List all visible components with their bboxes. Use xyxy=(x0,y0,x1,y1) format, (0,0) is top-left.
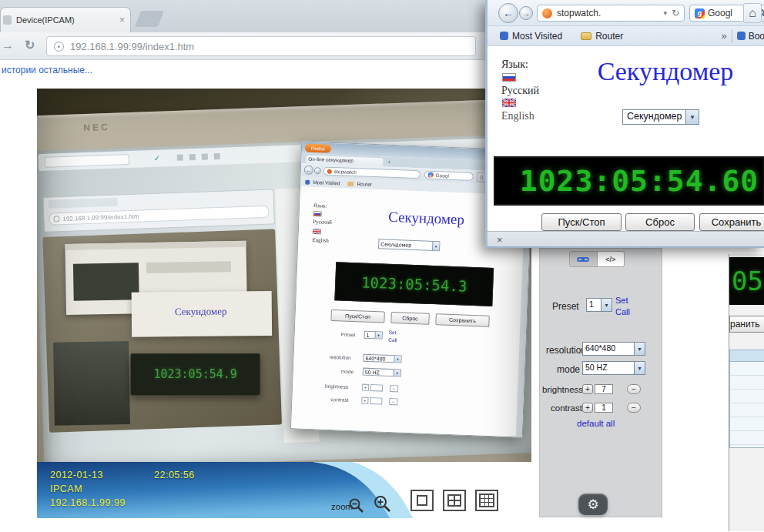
chrome-tab-device-ipcam[interactable]: Device(IPCAM) × xyxy=(0,7,131,32)
preset-label: Preset xyxy=(552,301,579,312)
home-button[interactable]: ⌂ xyxy=(743,3,762,23)
forward-icon[interactable]: → xyxy=(519,6,533,20)
clock-value: 1023:05:54.60 xyxy=(500,164,759,198)
chevron-down-icon[interactable]: ▾ xyxy=(663,9,667,17)
zoom-out-icon[interactable] xyxy=(348,497,365,514)
deep-stopwatch-title: Секундомер xyxy=(175,306,227,319)
bookmarks-button[interactable]: Boo xyxy=(749,31,764,42)
google-icon: g xyxy=(695,8,705,18)
contrast-plus-button[interactable]: + xyxy=(582,403,593,413)
russian-flag-icon[interactable] xyxy=(502,73,516,82)
mode-label: mode xyxy=(557,364,580,375)
code-mode-button[interactable]: </> xyxy=(598,252,625,266)
layout-single-button[interactable] xyxy=(410,490,434,511)
uk-flag-icon[interactable] xyxy=(502,99,516,107)
preset-call-link[interactable]: Call xyxy=(615,307,630,316)
mode-value: 50 HZ xyxy=(583,362,634,374)
nested-stopwatch-select: Секундомер ▾ xyxy=(378,239,440,251)
brightness-value: 7 xyxy=(595,384,613,394)
osd-date: 2012-01-13 xyxy=(50,470,103,480)
reset-button[interactable]: Сброс xyxy=(625,213,695,231)
default-all-link[interactable]: default all xyxy=(577,419,615,428)
page-icon xyxy=(53,216,59,222)
zoom-in-icon[interactable] xyxy=(373,494,393,514)
partial-background-window: 05 ранить xyxy=(729,254,764,531)
plus-icon: + xyxy=(361,397,368,404)
nested-address-bar: 192.168.1.99:99/index1.htm xyxy=(49,206,269,226)
minus-icon: − xyxy=(389,398,397,405)
toolbar-icon xyxy=(189,154,196,160)
table-row xyxy=(730,431,764,445)
reload-icon[interactable]: ↻ xyxy=(25,38,35,52)
partial-clock-value: 05 xyxy=(729,266,763,296)
nested-stopwatch-title: Секундомер xyxy=(353,207,500,229)
link-mode-button[interactable] xyxy=(570,252,598,266)
nested-tab xyxy=(49,198,118,209)
bookmark-most-visited[interactable]: Most Visited xyxy=(512,31,562,42)
save-button[interactable]: Сохранить xyxy=(699,213,764,231)
mode-select[interactable]: 50 HZ ▾ xyxy=(582,361,645,375)
video-overlay-banner: 2012-01-13 22:05:56 IPCAM 192.168.1.99:9… xyxy=(37,462,531,518)
nested-video-frame: Секундомер 1023:05:54.9 xyxy=(42,229,282,432)
chevron-down-icon: ▾ xyxy=(601,299,612,311)
back-icon[interactable]: ← xyxy=(498,3,518,23)
forward-icon[interactable]: → xyxy=(2,38,14,52)
folder-icon xyxy=(581,32,591,40)
layout-nine-button[interactable] xyxy=(475,490,498,511)
start-stop-button[interactable]: Пуск/Стоп xyxy=(541,213,622,231)
nested-save-button: Сохранить xyxy=(435,313,490,327)
new-tab-button[interactable] xyxy=(135,11,164,27)
reload-icon[interactable]: ↻ xyxy=(672,8,679,18)
table-row xyxy=(730,403,764,417)
contrast-minus-button[interactable]: − xyxy=(627,403,641,413)
nested-preset-select: 1 ▾ xyxy=(364,331,383,340)
settings-button[interactable]: ⚙ xyxy=(578,494,608,515)
nested-start-stop-button: Пуск/Стоп xyxy=(330,309,385,323)
minus-icon: − xyxy=(390,385,398,392)
nested-select-value: Секундомер xyxy=(379,241,432,249)
bookmarks-overflow-chevron[interactable]: » xyxy=(721,30,726,42)
partial-table-header xyxy=(730,350,764,362)
brightness-plus-button[interactable]: + xyxy=(582,384,593,394)
preset-set-link[interactable]: Set xyxy=(615,296,628,305)
nested-stopwatch-window: Секундомер xyxy=(132,291,272,337)
resolution-label: resolution xyxy=(546,345,586,356)
find-close-icon[interactable]: × xyxy=(497,234,503,246)
resolution-select[interactable]: 640*480 ▾ xyxy=(582,342,645,356)
language-english-link[interactable]: English xyxy=(501,110,534,122)
nested-reset-button: Сброс xyxy=(390,312,430,325)
nested-preset-label: Preset xyxy=(341,332,356,338)
partial-table xyxy=(729,350,764,448)
view-mode-toggle: </> xyxy=(569,251,625,267)
nested-location-bar: stopwatch xyxy=(323,166,421,179)
nested-lang-label: Язык: xyxy=(313,202,327,209)
chevron-down-icon: ▾ xyxy=(394,356,400,362)
nested-preset-value: 1 xyxy=(365,332,375,337)
chrome-address-bar[interactable]: 192.168.1.99:99/index1.htm xyxy=(46,36,476,56)
quad-view-icon xyxy=(447,494,461,507)
osd-camera-name: IPCAM xyxy=(50,483,82,494)
location-bar[interactable]: stopwatch. ▾ ↻ xyxy=(537,5,685,22)
stopwatch-select[interactable]: Секундомер ▾ xyxy=(622,109,699,125)
language-russian-link[interactable]: Русский xyxy=(501,85,539,97)
chrome-bookmark-item[interactable]: истории остальные... xyxy=(2,65,92,75)
forward-icon: → xyxy=(314,167,321,174)
tab-title: Device(IPCAM) xyxy=(16,15,115,25)
partial-lcd-display: 05 xyxy=(729,257,764,305)
bookmark-router[interactable]: Router xyxy=(595,31,623,42)
partial-save-button[interactable]: ранить xyxy=(729,316,764,333)
layout-quad-button[interactable] xyxy=(443,490,466,511)
table-row xyxy=(730,376,764,390)
nested-contrast-label: contrast xyxy=(330,396,348,403)
camera-video-feed[interactable]: NEC ✓ 192.168.1.99:99/inde xyxy=(37,89,531,518)
toolbar-icon xyxy=(202,153,208,159)
language-label: Язык: xyxy=(501,59,528,71)
nested-mode-label: mode xyxy=(341,369,354,375)
brightness-minus-button[interactable]: − xyxy=(627,384,641,394)
stopwatch-title: Секундомер xyxy=(578,57,752,86)
tab-close-icon[interactable]: × xyxy=(119,15,125,25)
preset-select[interactable]: 1 ▾ xyxy=(586,298,612,312)
chevron-down-icon: ▾ xyxy=(394,370,400,376)
contrast-label: contrast xyxy=(551,403,582,413)
nested-mode-select: 50 HZ ▾ xyxy=(363,368,401,377)
